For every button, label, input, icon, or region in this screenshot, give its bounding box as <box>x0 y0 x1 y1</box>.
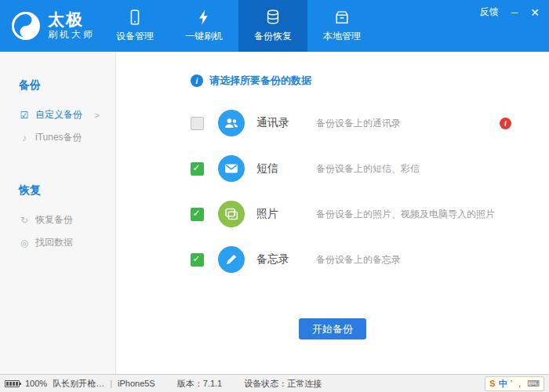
box-icon <box>333 9 351 26</box>
message-icon <box>218 155 245 182</box>
separator: | <box>110 379 112 388</box>
logo-text: 太极 刷机大师 <box>48 10 95 42</box>
search-icon: ◎ <box>19 238 30 249</box>
item-description: 备份设备上的照片、视频及电脑导入的照片 <box>316 208 495 221</box>
chevron-right-icon: > <box>95 111 100 120</box>
sidebar-item-label: iTunes备份 <box>35 131 82 144</box>
item-description: 备份设备上的通讯录 <box>316 117 401 130</box>
ime-quote-icon[interactable]: ’ <box>511 379 512 388</box>
database-icon <box>264 9 282 26</box>
alert-badge[interactable]: i <box>500 118 511 129</box>
minimize-button[interactable]: ─ <box>511 7 518 18</box>
header: 太极 刷机大师 设备管理 一键刷机 <box>0 0 549 52</box>
ime-language-icon[interactable]: 中 <box>499 378 507 390</box>
tab-label: 本地管理 <box>323 30 361 43</box>
backup-row-contacts: 通讯录 备份设备上的通讯录 i <box>116 100 549 146</box>
notes-checkbox[interactable] <box>191 253 204 267</box>
photos-icon <box>218 201 245 227</box>
ime-comma-icon[interactable]: ， <box>515 378 524 390</box>
photos-checkbox[interactable] <box>191 208 204 221</box>
ime-keyboard-icon[interactable]: ⌨ <box>527 379 540 389</box>
item-description: 备份设备上的备忘录 <box>316 253 401 267</box>
sidebar-section-backup-title: 备份 <box>19 78 115 93</box>
sidebar-section-restore-title: 恢复 <box>19 183 115 198</box>
sidebar-item-itunes-backup[interactable]: ♪ iTunes备份 <box>0 126 115 149</box>
item-name: 备忘录 <box>256 252 316 267</box>
battery-icon <box>5 380 20 387</box>
lightning-icon <box>195 9 213 26</box>
status-bar: 100% 队长别开枪… | iPhone5S 版本：7.1.1 设备状态：正常连… <box>0 374 549 392</box>
backup-row-notes: 备忘录 备份设备上的备忘录 <box>116 237 549 282</box>
window-controls: 反馈 ─ ✕ <box>480 5 540 19</box>
taiji-logo-icon <box>11 11 41 41</box>
phone-icon <box>126 9 144 26</box>
device-status: 设备状态：正常连接 <box>244 378 322 390</box>
sidebar-item-label: 找回数据 <box>35 236 73 249</box>
pencil-icon <box>218 246 245 273</box>
contacts-checkbox[interactable] <box>191 117 204 130</box>
battery-percent: 100% <box>25 379 47 388</box>
tab-label: 备份恢复 <box>254 30 292 43</box>
tab-label: 一键刷机 <box>185 30 223 43</box>
feedback-link[interactable]: 反馈 <box>480 5 499 19</box>
checklist-icon: ☑ <box>19 110 30 121</box>
device-model: iPhone5S <box>118 379 155 388</box>
logo-title: 太极 <box>48 10 95 28</box>
item-name: 通讯录 <box>256 116 316 130</box>
tab-label: 设备管理 <box>116 30 154 43</box>
backup-row-photos: 照片 备份设备上的照片、视频及电脑导入的照片 <box>116 191 549 237</box>
selection-prompt: i 请选择所要备份的数据 <box>191 74 549 88</box>
info-icon: i <box>191 74 203 87</box>
main-content: i 请选择所要备份的数据 通讯录 备份设备上的通讯录 i <box>116 52 549 374</box>
item-name: 短信 <box>256 162 316 176</box>
tab-backup-restore[interactable]: 备份恢复 <box>238 0 307 52</box>
close-button[interactable]: ✕ <box>530 6 540 19</box>
sidebar-item-label: 自定义备份 <box>35 108 82 122</box>
logo-subtitle: 刷机大师 <box>48 28 95 42</box>
tab-one-key-flash[interactable]: 一键刷机 <box>169 0 238 52</box>
ime-toolbar[interactable]: S 中 ’ ， ⌨ <box>485 376 544 391</box>
app-window: 太极 刷机大师 设备管理 一键刷机 <box>0 0 549 392</box>
prompt-text: 请选择所要备份的数据 <box>209 74 311 88</box>
app-logo: 太极 刷机大师 <box>0 0 100 52</box>
sidebar-item-label: 恢复备份 <box>35 213 73 227</box>
item-description: 备份设备上的短信、彩信 <box>316 162 420 176</box>
sidebar-item-custom-backup[interactable]: ☑ 自定义备份 > <box>0 103 115 126</box>
tab-device-management[interactable]: 设备管理 <box>100 0 169 52</box>
ime-sogou-icon[interactable]: S <box>489 379 495 388</box>
sidebar-item-find-data[interactable]: ◎ 找回数据 <box>0 231 115 254</box>
restore-arrow-icon: ↻ <box>19 215 30 226</box>
sidebar-item-restore-backup[interactable]: ↻ 恢复备份 <box>0 209 115 231</box>
sms-checkbox[interactable] <box>191 162 204 176</box>
tab-local-management[interactable]: 本地管理 <box>307 0 376 52</box>
contacts-icon <box>218 110 245 136</box>
start-backup-button[interactable]: 开始备份 <box>299 318 366 339</box>
sidebar: 备份 ☑ 自定义备份 > ♪ iTunes备份 恢复 ↻ 恢复备份 ◎ 找回数据 <box>0 52 116 374</box>
version-label: 版本：7.1.1 <box>177 378 222 390</box>
backup-row-sms: 短信 备份设备上的短信、彩信 <box>116 146 549 191</box>
nav-tabs: 设备管理 一键刷机 备份恢复 <box>100 0 376 52</box>
music-note-icon: ♪ <box>19 132 30 143</box>
device-name: 队长别开枪… <box>53 378 104 390</box>
item-name: 照片 <box>256 207 316 221</box>
